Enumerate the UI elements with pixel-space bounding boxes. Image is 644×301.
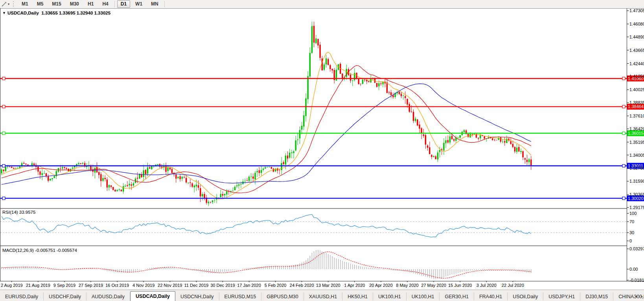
chart-tab-dj30-m15[interactable]: DJ30,M15 xyxy=(580,292,613,301)
timeframe-button-m15[interactable]: M15 xyxy=(48,0,64,8)
price-tick-label: 1.42440 xyxy=(629,61,644,66)
chart-tab-usdcnh-daily[interactable]: USDCNH,Daily xyxy=(175,292,219,301)
price-tick-label: 1.31590 xyxy=(629,179,644,184)
hline-handle xyxy=(622,132,625,135)
price-tick-label: 1.30365 xyxy=(629,192,644,197)
hline-handle xyxy=(622,165,625,167)
timeframe-button-w1[interactable]: W1 xyxy=(132,0,146,8)
toolbar-separator xyxy=(114,1,115,7)
price-tick-label: 1.38835 xyxy=(629,100,644,105)
date-axis-label: 5 Feb 2020 xyxy=(265,283,287,288)
hline-handle xyxy=(622,197,625,200)
chart-tab-audusd-daily[interactable]: AUDUSD,Daily xyxy=(86,292,130,301)
date-axis-label: 8 May 2020 xyxy=(396,283,418,288)
timeframe-button-m5[interactable]: M5 xyxy=(33,0,47,8)
date-axis-label: 24 Feb 2020 xyxy=(290,283,314,288)
rsi-tick-label: 70 xyxy=(629,219,634,224)
date-axis-label: 17 Jan 2020 xyxy=(237,283,261,288)
timeframe-button-h1[interactable]: H1 xyxy=(84,0,97,8)
price-tick-label: 1.37610 xyxy=(629,114,644,118)
chart-tab-usdchf-daily[interactable]: USDCHF,Daily xyxy=(44,292,86,301)
price-tick-label: 1.36420 xyxy=(629,127,644,131)
chart-tab-fra40-h1[interactable]: FRA40,H1 xyxy=(474,292,508,301)
toolbar-separator xyxy=(164,1,165,7)
candlestick-chart: 1.410601.384641.360151.330111.300201.473… xyxy=(0,8,644,283)
price-tick-label: 1.32780 xyxy=(629,166,644,171)
tab-scroll-left-icon[interactable]: ◂ xyxy=(635,294,637,298)
rsi-indicator-label: RSI(14) 33.9575 xyxy=(2,210,35,215)
timeframe-button-h4[interactable]: H4 xyxy=(99,0,112,8)
price-tick-label: 1.46080 xyxy=(629,22,644,26)
date-axis-label: 15 Jun 2020 xyxy=(448,283,472,288)
date-axis-label: 2 Aug 2019 xyxy=(1,283,23,288)
chart-tab-usoil-daily[interactable]: USOil,Daily xyxy=(508,292,543,301)
date-axis-label: 13 Mar 2020 xyxy=(316,283,340,288)
macd-indicator-label: MACD(12,26,9) -0.005751 -0.005574 xyxy=(2,248,77,253)
price-tick-label: 1.41250 xyxy=(629,74,644,79)
toolbar-gripper[interactable] xyxy=(13,1,15,7)
hline-handle xyxy=(2,105,5,108)
rsi-tick-label: 30 xyxy=(629,230,634,235)
hline-handle xyxy=(622,105,625,108)
timeframe-button-m30[interactable]: M30 xyxy=(66,0,83,8)
tab-scroll-right-icon[interactable]: ▸ xyxy=(641,294,643,298)
chart-background xyxy=(0,8,644,283)
macd-tick-label: 0.032972 xyxy=(629,246,644,251)
date-axis-label: 22 Jul 2020 xyxy=(502,283,524,288)
hline-handle xyxy=(2,77,5,80)
hline-handle xyxy=(2,165,5,167)
price-tick-label: 1.35195 xyxy=(629,140,644,145)
chart-tab-hk50-h1[interactable]: HK50,H1 xyxy=(342,292,373,301)
timeframe-button-d1[interactable]: D1 xyxy=(117,0,130,8)
date-axis-label: 9 Sep 2019 xyxy=(53,283,75,288)
chart-tab-bar: EURUSD,DailyUSDCHF,DailyAUDUSD,DailyUSDC… xyxy=(0,290,644,301)
chart-title-symbol: USDCAD,Daily xyxy=(7,11,39,15)
timeframe-toolbar: ▾ M1M5M15M30H1H4D1W1MN xyxy=(0,0,644,9)
hline-handle xyxy=(2,132,5,135)
chart-tab-usdcad-daily[interactable]: USDCAD,Daily xyxy=(130,291,175,301)
price-tick-label: 1.29175 xyxy=(629,205,644,210)
price-tick-label: 1.40025 xyxy=(629,87,644,92)
tool-dropdown-caret-icon[interactable]: ▾ xyxy=(8,2,9,6)
date-axis-label: 27 Sep 2019 xyxy=(79,283,103,288)
chart-tab-gbpusd-m30[interactable]: GBPUSD,M30 xyxy=(261,292,304,301)
timeframe-button-m1[interactable]: M1 xyxy=(18,0,32,8)
chart-tab-uk100-h1[interactable]: UK100,H1 xyxy=(373,292,407,301)
chart-tab-eurusd-daily[interactable]: EURUSD,Daily xyxy=(0,292,44,301)
date-axis-label: 16 Oct 2019 xyxy=(105,283,129,288)
hline-handle xyxy=(2,197,5,200)
rsi-tick-label: 100 xyxy=(629,211,637,216)
date-axis-label: 3 Jul 2020 xyxy=(477,283,497,288)
date-axis-label: 20 Apr 2020 xyxy=(369,283,392,288)
date-axis[interactable]: 2 Aug 201921 Aug 20199 Sep 201927 Sep 20… xyxy=(0,282,644,290)
date-axis-label: 11 Dec 2019 xyxy=(184,283,209,288)
date-axis-label: 22 Nov 2019 xyxy=(158,283,182,288)
macd-tick-label: 0.00 xyxy=(629,267,638,272)
date-axis-label: 27 May 2020 xyxy=(421,283,446,288)
chart-tab-eurusd-m15[interactable]: EURUSD,M15 xyxy=(219,292,262,301)
cursor-line-tool-icon xyxy=(1,1,7,7)
price-tick-label: 1.34005 xyxy=(629,153,644,158)
date-axis-label: 4 Nov 2019 xyxy=(132,283,155,288)
date-axis-label: 1 Apr 2020 xyxy=(344,283,365,288)
chart-tab-ger30-h1[interactable]: GER30,H1 xyxy=(440,292,474,301)
rsi-tick-label: 0 xyxy=(629,239,632,243)
price-tick-label: 1.43665 xyxy=(629,48,644,53)
hline-price-tag-text: 1.38464 xyxy=(628,104,644,109)
symbol-dropdown-icon[interactable]: ▼ xyxy=(2,11,6,15)
timeframe-buttons: M1M5M15M30H1H4D1W1MN xyxy=(17,0,166,8)
mt4-window: ▾ M1M5M15M30H1H4D1W1MN 1.410601.384641.3… xyxy=(0,0,644,301)
chart-area[interactable]: 1.410601.384641.360151.330111.300201.473… xyxy=(0,8,644,283)
date-axis-label: 21 Aug 2019 xyxy=(26,283,50,288)
chart-tab-usdjpy-h1[interactable]: USDJPY,H1 xyxy=(543,292,580,301)
chart-tool-button[interactable]: ▾ xyxy=(0,0,10,8)
price-tick-label: 1.44890 xyxy=(629,35,644,39)
timeframe-button-mn[interactable]: MN xyxy=(147,0,162,8)
price-tick-label: 1.47305 xyxy=(629,8,644,13)
chart-title-ohlc: 1.33655 1.33695 1.32940 1.33025 xyxy=(41,11,110,15)
chart-tab-uk100-h1[interactable]: UK100,H1 xyxy=(407,292,440,301)
chart-tab-xauusd-h1[interactable]: XAUUSD,H1 xyxy=(304,292,343,301)
hline-price-tag-text: 1.36015 xyxy=(628,131,644,136)
hline-handle xyxy=(622,77,625,80)
chart-title: ▼USDCAD,Daily 1.33655 1.33695 1.32940 1.… xyxy=(2,11,110,15)
